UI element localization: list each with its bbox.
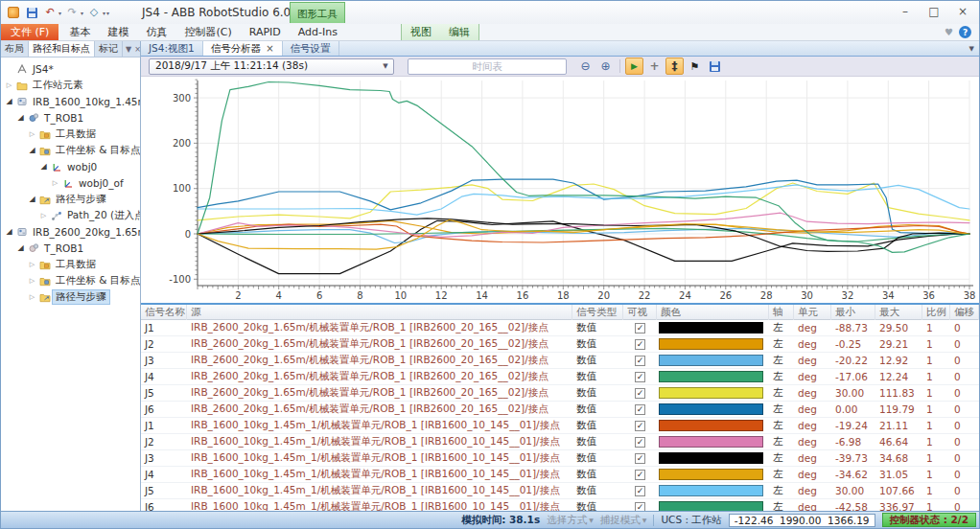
visible-checkbox[interactable]: ✓ <box>635 453 645 464</box>
visible-checkbox[interactable]: ✓ <box>635 356 645 366</box>
maximize-button[interactable]: □ <box>920 1 948 21</box>
tree-expander-icon[interactable]: ◢ <box>27 195 37 203</box>
ribbon-tab-仿真[interactable]: 仿真 <box>137 24 175 40</box>
column-header-源[interactable]: 源 <box>187 305 572 320</box>
tree-item[interactable]: ◢路径与步骤 <box>1 191 140 207</box>
save-icon[interactable] <box>24 5 39 20</box>
tree-item[interactable]: JS4* <box>1 60 140 77</box>
visible-checkbox[interactable]: ✓ <box>635 323 645 334</box>
auto-scroll-icon[interactable]: ▶ <box>625 58 643 75</box>
column-header-可视[interactable]: 可视 <box>623 305 657 320</box>
table-row[interactable]: J2IRB_1600_10kg_1.45m_1/机械装置单元/ROB_1 [IR… <box>141 434 979 450</box>
column-header-偏移[interactable]: 偏移 <box>950 305 979 320</box>
color-swatch[interactable] <box>659 403 763 415</box>
color-swatch[interactable] <box>659 469 763 480</box>
doc-tab-信号分析器[interactable]: 信号分析器× <box>203 41 283 56</box>
tree-expander-icon[interactable]: ◢ <box>4 227 14 236</box>
ribbon-tab-Add-Ins[interactable]: Add-Ins <box>290 24 346 40</box>
visible-checkbox[interactable]: ✓ <box>635 404 645 415</box>
tree-item[interactable]: ◢IRB_2600_20kg_1.65m <box>1 223 140 240</box>
table-row[interactable]: J1IRB_1600_10kg_1.45m_1/机械装置单元/ROB_1 [IR… <box>141 418 979 434</box>
customize-qat-icon[interactable]: ▾ <box>106 10 109 16</box>
time-cursors-icon[interactable]: ‡ <box>665 58 684 75</box>
ribbon-tab-编辑[interactable]: 编辑 <box>440 24 478 40</box>
tree-expander-icon[interactable]: ◢ <box>15 243 26 252</box>
color-swatch[interactable] <box>659 436 763 448</box>
measure-dropdown-icon[interactable]: ▾ <box>103 10 105 16</box>
table-row[interactable]: J6IRB_1600_10kg_1.45m_1/机械装置单元/ROB_1 [IR… <box>141 499 979 511</box>
tree-expander-icon[interactable]: ◢ <box>38 162 49 171</box>
ribbon-tab-基本[interactable]: 基本 <box>60 24 99 40</box>
color-swatch[interactable] <box>659 387 763 399</box>
tree-expander-icon[interactable]: ▷ <box>38 212 49 219</box>
tree-expander-icon[interactable]: ▷ <box>50 179 60 187</box>
doc-tab-JS4:视图1[interactable]: JS4:视图1 <box>141 41 203 56</box>
redo-icon[interactable]: ↷ <box>64 5 80 20</box>
close-tab-icon[interactable]: × <box>266 43 273 54</box>
controller-status-badge[interactable]: 控制器状态 : 2/2 <box>882 513 976 527</box>
minimize-button[interactable]: – <box>891 1 920 21</box>
doc-tabs-overflow-icon[interactable]: ▼ <box>965 41 979 56</box>
color-swatch[interactable] <box>659 371 763 382</box>
tree-item[interactable]: ▷工具数据 <box>1 256 140 272</box>
color-swatch[interactable] <box>659 420 763 431</box>
panel-menu-icon[interactable]: ▼ <box>126 45 131 54</box>
panel-tab-路径和目标点[interactable]: 路径和目标点 <box>29 41 95 57</box>
timeline-search-input[interactable] <box>408 58 567 75</box>
table-row[interactable]: J3IRB_1600_10kg_1.45m_1/机械装置单元/ROB_1 [IR… <box>141 450 979 467</box>
color-swatch[interactable] <box>659 452 763 464</box>
zoom-in-icon[interactable]: ⊕ <box>596 58 615 75</box>
color-swatch[interactable] <box>659 485 763 496</box>
undo-icon[interactable]: ↶ <box>42 5 58 20</box>
selection-mode-dropdown[interactable]: 选择方式▼ <box>547 514 594 527</box>
tree-expander-icon[interactable]: ◢ <box>15 113 26 122</box>
column-header-轴[interactable]: 轴 <box>769 305 794 320</box>
table-row[interactable]: J2IRB_2600_20kg_1.65m/机械装置单元/ROB_1 [IRB2… <box>141 336 979 353</box>
table-row[interactable]: J4IRB_2600_20kg_1.65m/机械装置单元/ROB_1 [IRB2… <box>141 369 979 385</box>
panel-tab-布局[interactable]: 布局 <box>1 41 29 57</box>
tree-item[interactable]: ▷工件坐标 & 目标点 <box>1 272 140 288</box>
visible-checkbox[interactable]: ✓ <box>635 486 645 496</box>
ribbon-tab-视图[interactable]: 视图 <box>402 24 440 40</box>
undo-dropdown-icon[interactable]: ▾ <box>58 10 61 16</box>
visible-checkbox[interactable]: ✓ <box>635 388 645 399</box>
close-button[interactable]: × <box>948 1 977 21</box>
table-row[interactable]: J3IRB_2600_20kg_1.65m/机械装置单元/ROB_1 [IRB2… <box>141 353 979 369</box>
doc-tab-信号设置[interactable]: 信号设置 <box>283 41 339 56</box>
tree-item[interactable]: ▷wobj0_of <box>1 174 140 191</box>
tree-expander-icon[interactable]: ▷ <box>4 81 14 89</box>
column-header-比例[interactable]: 比例 <box>922 305 950 320</box>
tree-expander-icon[interactable]: ▷ <box>27 293 37 301</box>
ribbon-tab-控制器(C)[interactable]: 控制器(C) <box>175 24 240 40</box>
tree-expander-icon[interactable]: ▷ <box>27 277 37 285</box>
tree-item[interactable]: ▷工具数据 <box>1 126 140 142</box>
column-header-单元[interactable]: 单元 <box>794 305 831 320</box>
panel-close-icon[interactable]: × <box>134 45 141 54</box>
color-swatch[interactable] <box>659 355 763 366</box>
tree-item[interactable]: ▷路径与步骤 <box>1 288 140 305</box>
measure-icon[interactable]: ◇ <box>86 5 102 20</box>
table-row[interactable]: J6IRB_2600_20kg_1.65m/机械装置单元/ROB_1 [IRB2… <box>141 402 979 418</box>
table-row[interactable]: J5IRB_2600_20kg_1.65m/机械装置单元/ROB_1 [IRB2… <box>141 385 979 402</box>
ribbon-tab-RAPID[interactable]: RAPID <box>241 24 290 40</box>
crosshair-icon[interactable]: + <box>645 58 664 75</box>
visible-checkbox[interactable]: ✓ <box>635 470 645 480</box>
save-chart-icon[interactable] <box>706 58 724 75</box>
visible-checkbox[interactable]: ✓ <box>635 372 645 382</box>
app-icon[interactable] <box>6 5 21 20</box>
panel-tab-标记[interactable]: 标记 <box>95 41 123 57</box>
help-icon[interactable]: ? <box>959 26 971 38</box>
column-header-最大[interactable]: 最大 <box>875 305 922 320</box>
tree-item[interactable]: ▷工作站元素 <box>1 77 140 93</box>
tree-expander-icon[interactable]: ◢ <box>27 146 37 154</box>
recording-dropdown[interactable]: 2018/9/17 上午 11:21:14 (38s) ▼ <box>149 58 394 75</box>
column-header-最小[interactable]: 最小 <box>831 305 875 320</box>
visible-checkbox[interactable]: ✓ <box>635 502 645 512</box>
column-header-信号名称[interactable]: 信号名称 <box>141 305 187 320</box>
column-header-颜色[interactable]: 颜色 <box>657 305 769 320</box>
ribbon-tab-建模[interactable]: 建模 <box>99 24 137 40</box>
visible-checkbox[interactable]: ✓ <box>635 437 645 448</box>
table-row[interactable]: J5IRB_1600_10kg_1.45m_1/机械装置单元/ROB_1 [IR… <box>141 483 979 499</box>
snap-mode-dropdown[interactable]: 捕捉模式▼ <box>600 514 647 527</box>
tree-item[interactable]: ◢T_ROB1 <box>1 240 140 256</box>
